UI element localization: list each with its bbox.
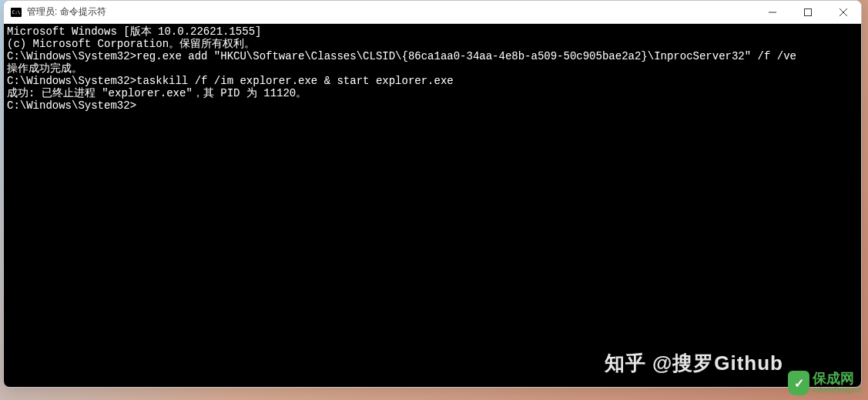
baocheng-main-text: 保成网 — [813, 371, 862, 387]
terminal-line: C:\Windows\System32>reg.exe add "HKCU\So… — [7, 50, 858, 62]
minimize-button[interactable] — [755, 1, 790, 23]
cmd-icon — [10, 6, 22, 18]
window-controls — [755, 1, 861, 23]
zhihu-watermark: 知乎 @搜罗Github — [605, 350, 783, 377]
close-button[interactable] — [826, 1, 861, 23]
titlebar[interactable]: 管理员: 命令提示符 — [4, 1, 861, 24]
baocheng-watermark: 保成网 zsbaocheng.net — [788, 371, 862, 395]
maximize-button[interactable] — [790, 1, 826, 23]
svg-rect-1 — [805, 8, 812, 15]
terminal-line: 操作成功完成。 — [7, 62, 858, 75]
command-prompt-window: 管理员: 命令提示符 Microsoft Windows [版本 10.0.22… — [3, 0, 862, 388]
terminal-line: C:\Windows\System32>taskkill /f /im expl… — [7, 75, 858, 87]
baocheng-text: 保成网 zsbaocheng.net — [813, 371, 862, 395]
shield-icon — [788, 371, 809, 395]
baocheng-sub-text: zsbaocheng.net — [813, 387, 862, 395]
terminal-line: C:\Windows\System32> — [7, 99, 858, 112]
terminal-line: 成功: 已终止进程 "explorer.exe"，其 PID 为 11120。 — [7, 87, 858, 99]
terminal-content[interactable]: Microsoft Windows [版本 10.0.22621.1555](c… — [4, 24, 861, 387]
window-title: 管理员: 命令提示符 — [27, 5, 755, 18]
terminal-line: (c) Microsoft Corporation。保留所有权利。 — [7, 38, 858, 50]
terminal-line: Microsoft Windows [版本 10.0.22621.1555] — [7, 25, 858, 38]
